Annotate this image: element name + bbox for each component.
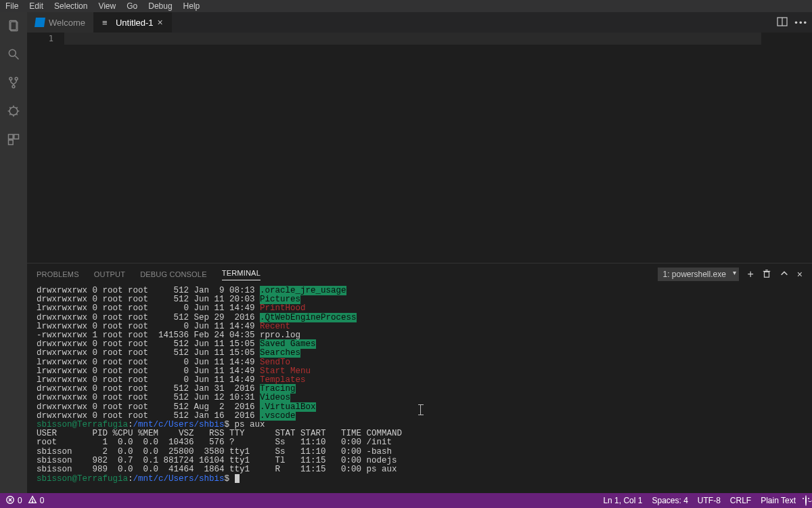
tab-welcome-label: Welcome: [49, 18, 85, 28]
line-number-gutter: 1: [27, 33, 64, 263]
status-warnings[interactable]: [28, 495, 37, 507]
kill-terminal-icon[interactable]: [762, 269, 771, 280]
svg-point-5: [15, 77, 18, 80]
panel-tab-debug[interactable]: DEBUG CONSOLE: [140, 270, 207, 278]
menubar: File Edit Selection View Go Debug Help: [0, 0, 812, 12]
explorer-icon[interactable]: [5, 18, 22, 34]
menu-go[interactable]: Go: [121, 1, 143, 11]
split-editor-icon[interactable]: [777, 16, 788, 29]
status-bar: 0 0 Ln 1, Col 1 Spaces: 4 UTF-8 CRLF Pla…: [0, 493, 812, 508]
bottom-panel: PROBLEMS OUTPUT DEBUG CONSOLE TERMINAL 1…: [27, 263, 812, 493]
status-eol[interactable]: CRLF: [730, 496, 751, 505]
text-cursor-icon: [420, 404, 422, 415]
debug-icon[interactable]: [5, 103, 22, 119]
panel-tab-output[interactable]: OUTPUT: [94, 270, 125, 278]
status-indent[interactable]: Spaces: 4: [652, 496, 687, 505]
line-number-1: 1: [27, 34, 53, 43]
status-language[interactable]: Plain Text: [761, 496, 796, 505]
status-warnings-count[interactable]: 0: [40, 496, 45, 505]
tab-untitled-1-label: Untitled-1: [116, 18, 154, 28]
activity-bar: [0, 12, 27, 493]
menu-view[interactable]: View: [93, 1, 121, 11]
tab-bar: Welcome ≡ Untitled-1 × •••: [27, 12, 812, 33]
tab-welcome[interactable]: Welcome: [27, 12, 94, 33]
svg-point-29: [32, 501, 32, 502]
status-errors-count[interactable]: 0: [18, 496, 22, 505]
svg-line-3: [16, 56, 19, 60]
panel-tabs: PROBLEMS OUTPUT DEBUG CONSOLE TERMINAL 1…: [27, 263, 812, 285]
vscode-icon: [35, 18, 45, 27]
svg-rect-16: [9, 135, 14, 140]
svg-point-6: [12, 85, 15, 88]
tab-untitled-1[interactable]: ≡ Untitled-1 ×: [94, 12, 172, 33]
menu-help[interactable]: Help: [178, 1, 206, 11]
tab-close-icon[interactable]: ×: [158, 17, 163, 28]
svg-line-15: [9, 114, 11, 115]
extensions-icon[interactable]: [5, 131, 22, 148]
terminal-selector[interactable]: 1: powershell.exe: [658, 268, 739, 281]
status-errors[interactable]: [5, 495, 15, 507]
status-encoding[interactable]: UTF-8: [698, 496, 721, 505]
new-terminal-icon[interactable]: +: [747, 268, 753, 280]
svg-point-2: [9, 49, 16, 56]
svg-rect-21: [764, 272, 769, 277]
menu-file[interactable]: File: [0, 1, 24, 11]
svg-rect-17: [14, 135, 19, 140]
svg-point-7: [9, 107, 18, 115]
source-control-icon[interactable]: [5, 75, 22, 91]
code-area[interactable]: [64, 33, 812, 263]
menu-debug[interactable]: Debug: [143, 1, 177, 11]
svg-line-13: [16, 114, 18, 115]
search-icon[interactable]: [5, 46, 22, 62]
editor-area: Welcome ≡ Untitled-1 × ••• 1: [27, 12, 812, 493]
menu-selection[interactable]: Selection: [49, 1, 93, 11]
panel-tab-terminal[interactable]: TERMINAL: [222, 269, 261, 280]
maximize-panel-icon[interactable]: [780, 269, 789, 280]
panel-tab-problems[interactable]: PROBLEMS: [37, 270, 79, 278]
editor-body[interactable]: 1: [27, 33, 812, 263]
svg-rect-18: [9, 140, 14, 145]
terminal[interactable]: drwxrwxrwx 0 root root 512 Jan 9 08:13 .…: [27, 285, 812, 493]
svg-line-12: [9, 107, 11, 108]
close-panel-icon[interactable]: ×: [797, 269, 803, 280]
more-actions-icon[interactable]: •••: [794, 18, 808, 28]
svg-point-4: [9, 77, 12, 80]
svg-line-14: [16, 107, 18, 108]
status-cursor-pos[interactable]: Ln 1, Col 1: [603, 496, 642, 505]
file-icon: ≡: [102, 18, 112, 27]
menu-edit[interactable]: Edit: [24, 1, 49, 11]
feedback-icon[interactable]: [805, 496, 807, 505]
